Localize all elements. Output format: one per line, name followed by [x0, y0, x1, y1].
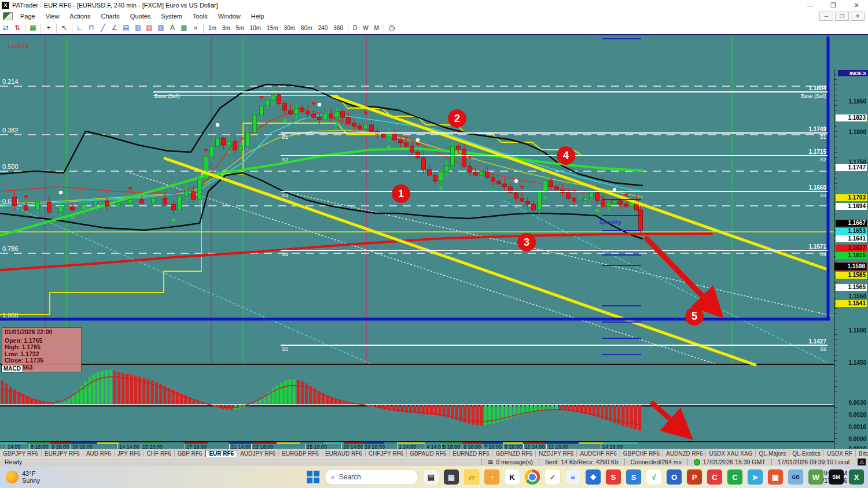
symbol-tab-euraud-rf6[interactable]: EURAUD RF6 — [322, 450, 366, 457]
support-tag-right: S1 — [820, 134, 826, 140]
session-clock-icon[interactable]: ◷ — [386, 23, 398, 34]
menu-item-system[interactable]: System — [156, 13, 187, 20]
price-chart[interactable]: 0.2140.3820.5000.6180.7861.000Base (Sell… — [0, 35, 834, 441]
w-app-icon[interactable]: W — [808, 469, 823, 485]
fib-tool-icon[interactable]: ▤ — [120, 23, 132, 34]
close-button[interactable]: ✕ — [845, 2, 868, 9]
compare-arrows-icon[interactable]: ⇄ — [0, 23, 12, 34]
start-button[interactable] — [307, 471, 319, 483]
chart-area[interactable]: 0.2140.3820.5000.6180.7861.000Base (Sell… — [0, 34, 868, 450]
text-tool-icon[interactable]: A — [167, 23, 178, 34]
telegram-icon[interactable]: ➤ — [748, 469, 763, 485]
menu-item-charts[interactable]: Charts — [95, 13, 124, 20]
timeframe-60m[interactable]: 60m — [298, 25, 315, 31]
menu-item-window[interactable]: Window — [213, 13, 246, 20]
symbol-tab-eurnzd-rf6[interactable]: EURNZD RF6 — [450, 450, 492, 457]
timeframe-10m[interactable]: 10m — [247, 25, 264, 31]
period-M[interactable]: M — [372, 25, 382, 31]
timeframe-240[interactable]: 240 — [315, 25, 331, 31]
notebook-app-icon[interactable]: ▤ — [424, 469, 439, 485]
sort-arrows-icon[interactable]: ⇅ — [12, 23, 23, 34]
weather-widget[interactable]: 43°F Sunny — [6, 470, 40, 484]
symbol-tab-audchf-rf6[interactable]: AUDCHF RF6 — [577, 450, 620, 457]
pointer-icon[interactable]: ↖ — [58, 23, 70, 34]
period-W[interactable]: W — [360, 25, 371, 31]
menu-item-tools[interactable]: Tools — [187, 13, 213, 20]
skype-icon[interactable]: S — [626, 469, 641, 485]
price-scale[interactable]: INDEX ⊞ → 1.18501.18001.17501.15501.1500… — [834, 69, 868, 484]
symbol-tab-chf-rf6[interactable]: CHF RF6 — [144, 450, 175, 457]
symbol-tab-ql-exotics[interactable]: QL-Exotics — [789, 450, 824, 457]
child-close-button[interactable]: ✕ — [851, 12, 865, 21]
chart-type-icon[interactable]: ▦ — [27, 23, 39, 34]
symbol-tab-usdx-rf[interactable]: USDX RF — [824, 450, 856, 457]
timeframe-15m[interactable]: 15m — [264, 25, 281, 31]
file-explorer-icon[interactable]: ▱ — [464, 469, 479, 485]
timeframe-30m[interactable]: 30m — [281, 25, 298, 31]
search-input[interactable]: ⌕ Search — [325, 469, 418, 485]
menu-item-view[interactable]: View — [41, 13, 65, 20]
symbol-tab-bitcoin[interactable]: Bitcoin — [856, 450, 868, 457]
symbol-tab-gbpchf-rf6[interactable]: GBPCHF RF6 — [620, 450, 663, 457]
photos-app-icon[interactable]: ❖ — [586, 469, 601, 485]
symbol-tab-jpy-rf6[interactable]: JPY RF6 — [115, 450, 144, 457]
minimize-button[interactable]: — — [799, 2, 822, 9]
maximize-button[interactable]: ❐ — [822, 2, 845, 9]
crosshair-icon[interactable]: + — [43, 23, 54, 34]
camtasia-icon[interactable]: C — [727, 469, 742, 485]
symbol-tab-chfjpy-rf6[interactable]: CHFJPY RF6 — [366, 450, 407, 457]
menu-item-actions[interactable]: Actions — [64, 13, 95, 20]
trading-app-icon[interactable]: ✓ — [545, 469, 560, 485]
chrome-icon[interactable] — [525, 469, 540, 485]
channel-tool-icon[interactable]: ⊓ — [86, 23, 97, 34]
menu-item-quotes[interactable]: Quotes — [125, 13, 156, 20]
dot-signal-icon — [514, 179, 518, 183]
child-restore-button[interactable]: ❐ — [835, 12, 849, 21]
wave-app-icon[interactable]: √ — [646, 469, 661, 485]
smr-app-icon[interactable]: SM — [829, 469, 844, 485]
timeframe-360[interactable]: 360 — [330, 25, 346, 31]
calculator-app-icon[interactable]: ▦ — [444, 469, 459, 485]
timeframe-1m[interactable]: 1m — [205, 25, 219, 31]
symbol-tab-nzdjpy-rf6[interactable]: NZDJPY RF6 — [536, 450, 577, 457]
child-minimize-button[interactable]: ─ — [819, 12, 833, 21]
grid-tool-icon[interactable]: ▥ — [132, 23, 144, 34]
symbol-tab-aud-rf6[interactable]: AUD RF6 — [83, 450, 115, 457]
symbol-tab-gbp-rf6[interactable]: GBP RF6 — [175, 450, 206, 457]
symbol-tab-eurgbp-rf6[interactable]: EURGBP RF6 — [279, 450, 322, 457]
menu-item-help[interactable]: Help — [246, 13, 270, 20]
c-red-app-icon[interactable]: C — [707, 469, 722, 485]
marker-number: 2 — [454, 113, 460, 124]
outlook-icon[interactable]: O — [667, 469, 682, 485]
sublime-icon[interactable]: S — [606, 469, 621, 485]
pattern-tool-icon[interactable]: ▨ — [155, 23, 167, 34]
symbol-tab-audjpy-rf6[interactable]: AUDJPY RF6 — [237, 450, 279, 457]
symbol-tab-audnzd-rf6[interactable]: AUDNZD RF6 — [663, 450, 706, 457]
timeframe-5m[interactable]: 5m — [233, 25, 247, 31]
angle-tool-icon[interactable]: ∠ — [109, 23, 120, 34]
powerpoint-icon[interactable]: P — [687, 469, 702, 485]
k-app-icon[interactable]: K — [505, 469, 520, 485]
mail-app-icon[interactable]: ◔ — [484, 469, 499, 485]
levels-tool-icon[interactable]: ▩ — [178, 23, 190, 34]
period-D[interactable]: D — [350, 25, 360, 31]
notes-app-icon[interactable]: ≡ — [565, 469, 580, 485]
more-tools-icon[interactable]: » — [190, 23, 201, 34]
orange-app-icon[interactable]: ▣ — [768, 469, 783, 485]
ray-tool-icon[interactable]: ╱ — [97, 23, 109, 34]
symbol-tab-usdx-xau-xag[interactable]: USDX XAU XAG — [706, 450, 756, 457]
symbol-tab-ql-majors[interactable]: QL-Majors — [756, 450, 789, 457]
symbol-tab-gbpnzd-rf6[interactable]: GBPNZD RF6 — [493, 450, 536, 457]
symbol-tab-gbpaud-rf6[interactable]: GBPAUD RF6 — [407, 450, 450, 457]
marker-number: 3 — [524, 236, 529, 248]
symbol-tab-eurjpy-rf6[interactable]: EURJPY RF6 — [42, 450, 83, 457]
menu-item-page[interactable]: Page — [15, 13, 41, 20]
symbol-tab-eur-rf6[interactable]: EUR RF6 — [205, 450, 237, 457]
symbol-tab-gbpjpy-rf6[interactable]: GBPJPY RF6 — [0, 450, 42, 457]
gb-app-icon[interactable]: GB — [788, 469, 803, 485]
dot-signal-icon — [318, 103, 321, 106]
excel-icon[interactable]: X — [849, 469, 864, 485]
zone-tool-icon[interactable]: ▧ — [144, 23, 155, 34]
timeframe-3m[interactable]: 3m — [219, 25, 233, 31]
trendline-tool-icon[interactable]: ∟ — [74, 23, 86, 34]
